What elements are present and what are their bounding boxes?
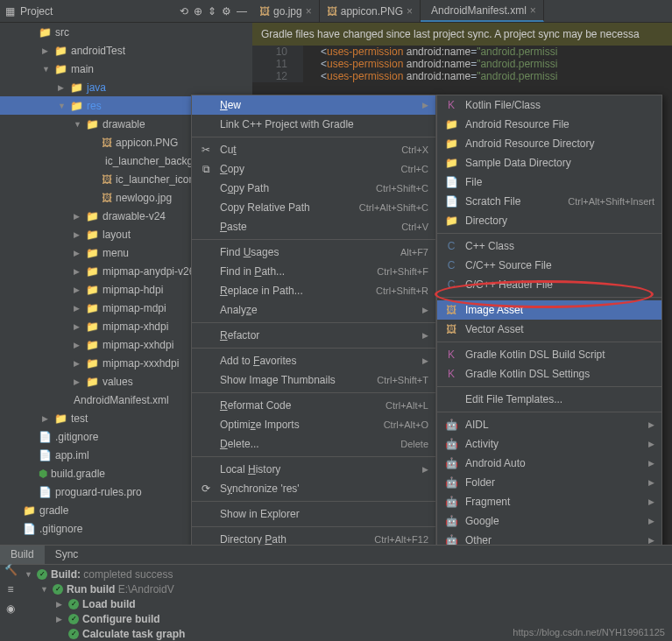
menu-item[interactable]: CC/C++ Source File [437, 256, 661, 275]
menu-item[interactable]: ⧉CopyCtrl+C [192, 159, 435, 179]
expand-icon[interactable]: ▶ [74, 267, 82, 276]
menu-item[interactable]: CC/C++ Header File [437, 275, 661, 294]
menu-item[interactable]: 📁Android Resource File [437, 115, 661, 134]
tab-label: AndroidManifest.xml [431, 4, 527, 17]
expand-icon[interactable]: ▶ [74, 249, 82, 257]
folder-icon: 📁 [444, 157, 458, 169]
build-row[interactable]: ▶✓Configure build [21, 611, 672, 626]
expand-icon[interactable]: ▶ [74, 230, 82, 239]
menu-item[interactable]: PasteCtrl+V [192, 217, 435, 236]
build-row[interactable]: ▼✓Run build E:\AndroidV [21, 581, 672, 596]
menu-item[interactable]: 🤖Folder▶ [437, 473, 661, 492]
menu-item[interactable]: 📁Directory [437, 211, 661, 230]
menu-item[interactable]: Show Image ThumbnailsCtrl+Shift+T [192, 370, 435, 390]
menu-item[interactable]: Copy Relative PathCtrl+Alt+Shift+C [192, 198, 435, 217]
menu-item[interactable]: Analyze▶ [192, 300, 435, 320]
build-icon[interactable]: 🔨 [0, 560, 21, 580]
expand-icon[interactable]: ▶ [74, 285, 82, 294]
collapse-icon[interactable]: ⇕ [208, 5, 216, 18]
expand-icon[interactable]: ▶ [74, 359, 82, 368]
menu-item[interactable]: Replace in Path...Ctrl+Shift+R [192, 281, 435, 300]
tree-row[interactable]: ▶📁androidTest [0, 41, 252, 60]
menu-label: Find Usages [220, 246, 393, 258]
menu-item[interactable]: Optimize ImportsCtrl+Alt+O [192, 415, 435, 434]
bottom-tab[interactable]: Sync [45, 546, 89, 564]
menu-item[interactable]: 📄Scratch FileCtrl+Alt+Shift+Insert [437, 192, 661, 211]
menu-item[interactable]: KKotlin File/Class [437, 95, 661, 115]
menu-item[interactable]: KGradle Kotlin DSL Build Script [437, 345, 661, 364]
sync-banner[interactable]: Gradle files have changed since last pro… [252, 23, 672, 46]
expand-icon[interactable]: ▶ [74, 304, 82, 313]
tree-row[interactable]: ▼📁main [0, 60, 252, 78]
submenu-icon: ▶ [648, 478, 654, 487]
expand-icon[interactable]: ▶ [74, 322, 82, 331]
menu-item[interactable]: Reformat CodeCtrl+Alt+L [192, 396, 435, 415]
hide-icon[interactable]: — [237, 5, 247, 18]
menu-item[interactable]: CC++ Class [437, 236, 661, 256]
tree-row[interactable]: 📁src [0, 23, 252, 41]
expand-icon[interactable]: ▶ [74, 341, 82, 349]
tree-label: gradle [39, 504, 68, 517]
build-row[interactable]: ▶✓Load build [21, 596, 672, 611]
menu-label: Gradle Kotlin DSL Settings [465, 368, 654, 380]
close-icon[interactable]: × [407, 5, 413, 18]
target-icon[interactable]: ⊕ [194, 5, 202, 18]
tool2-icon[interactable]: ◉ [0, 599, 21, 618]
expand-icon[interactable]: ▶ [42, 46, 51, 55]
expand-icon[interactable]: ▶ [56, 600, 65, 609]
tree-row[interactable]: ▶📁java [0, 78, 252, 96]
menu-item[interactable]: Delete...Delete [192, 434, 435, 454]
menu-item[interactable]: Show in Explorer [192, 504, 435, 524]
menu-item[interactable]: 🖼Image Asset [437, 300, 661, 320]
close-icon[interactable]: × [530, 4, 536, 17]
menu-item[interactable]: Local History▶ [192, 460, 435, 479]
code-line[interactable]: 12<uses-permission android:name="android… [252, 70, 672, 82]
expand-icon[interactable]: ▶ [74, 212, 82, 221]
expand-icon[interactable]: ▶ [58, 83, 67, 92]
expand-icon[interactable]: ▼ [40, 585, 49, 594]
code-line[interactable]: 10<uses-permission android:name="android… [252, 46, 672, 58]
menu-item[interactable]: 📁Android Resource Directory [437, 134, 661, 153]
menu-item[interactable]: Refactor▶ [192, 326, 435, 345]
menu-item[interactable]: 📁Sample Data Directory [437, 153, 661, 173]
folder-icon: 📁 [86, 320, 99, 333]
expand-icon[interactable]: ▶ [42, 414, 51, 423]
menu-item[interactable]: 🤖Activity▶ [437, 434, 661, 454]
tree-label: mipmap-anydpi-v26 [103, 265, 195, 278]
editor-tab[interactable]: 🖼go.jpg× [252, 0, 320, 22]
folder-icon: 📁 [86, 265, 99, 278]
editor-tab[interactable]: AndroidManifest.xml× [421, 0, 544, 22]
editor-tab[interactable]: 🖼appicon.PNG× [320, 0, 421, 22]
expand-icon[interactable]: ▶ [74, 377, 82, 386]
menu-item[interactable]: 🤖Android Auto▶ [437, 454, 661, 473]
file-icon: 📄 [444, 195, 458, 208]
sync-icon[interactable]: ⟲ [180, 5, 188, 18]
menu-item[interactable]: 🤖Fragment▶ [437, 492, 661, 511]
gear-icon[interactable]: ⚙ [222, 5, 231, 18]
menu-item[interactable]: Edit File Templates... [437, 390, 661, 409]
close-icon[interactable]: × [306, 5, 312, 18]
expand-icon[interactable]: ▼ [74, 120, 82, 129]
build-row[interactable]: ▼✓Build: completed success [21, 567, 672, 581]
menu-item[interactable]: Find in Path...Ctrl+Shift+F [192, 262, 435, 281]
menu-label: C/C++ Header File [465, 278, 654, 291]
code-line[interactable]: 11<uses-permission android:name="android… [252, 58, 672, 70]
menu-item[interactable]: ✂CutCtrl+X [192, 140, 435, 159]
menu-item[interactable]: Link C++ Project with Gradle [192, 115, 435, 134]
tool-icon[interactable]: ≡ [0, 580, 21, 599]
menu-item[interactable]: ⟳Synchronize 'res' [192, 479, 435, 498]
menu-item[interactable]: 🤖Google▶ [437, 511, 661, 531]
folder-icon: 📁 [70, 81, 83, 94]
expand-icon[interactable]: ▼ [25, 570, 33, 579]
menu-item[interactable]: Find UsagesAlt+F7 [192, 243, 435, 262]
menu-item[interactable]: Copy PathCtrl+Shift+C [192, 179, 435, 198]
menu-item[interactable]: 🤖AIDL▶ [437, 415, 661, 434]
expand-icon[interactable]: ▶ [56, 615, 65, 623]
expand-icon[interactable]: ▼ [42, 65, 51, 74]
menu-item[interactable]: New▶ [192, 95, 435, 115]
menu-item[interactable]: KGradle Kotlin DSL Settings [437, 364, 661, 384]
menu-item[interactable]: 📄File [437, 173, 661, 192]
expand-icon[interactable]: ▼ [58, 102, 67, 110]
menu-item[interactable]: 🖼Vector Asset [437, 320, 661, 339]
menu-item[interactable]: Add to Favorites▶ [192, 351, 435, 370]
